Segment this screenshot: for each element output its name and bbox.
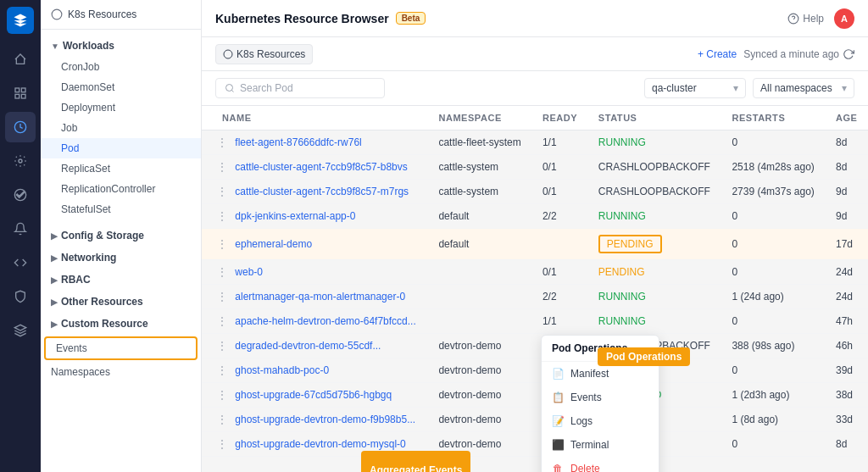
sidebar-item-events[interactable]: Events xyxy=(44,336,198,360)
status-cell: CRASHLOOPBACKOFF xyxy=(588,155,722,180)
sidebar-item-namespaces[interactable]: Namespaces xyxy=(41,362,201,382)
pod-name-link[interactable]: ghost-upgrade-67cd5d75b6-hgbgq xyxy=(235,389,392,401)
svg-point-7 xyxy=(52,9,62,19)
row-menu-button[interactable]: ⋮ xyxy=(212,363,232,378)
sidebar-item-deployment[interactable]: Deployment xyxy=(41,97,201,118)
chevron-right-icon: ▶ xyxy=(51,319,58,329)
sidebar-item-replicationcontroller[interactable]: ReplicationController xyxy=(41,179,201,199)
sidebar: K8s Resources ▼ Workloads CronJob Daemon… xyxy=(41,0,202,472)
context-menu-terminal[interactable]: ⬛ Terminal xyxy=(542,433,659,457)
pod-name-link[interactable]: fleet-agent-87666ddfc-rw76l xyxy=(235,136,361,148)
sidebar-custom-resource-title[interactable]: ▶ Custom Resource xyxy=(41,313,201,335)
table-row: ⋮ degraded-devtron-demo-55cdf... devtron… xyxy=(202,334,868,358)
pod-name-cell: ⋮ web-0 xyxy=(202,260,428,285)
restarts-cell: 0 xyxy=(721,432,826,457)
ready-cell xyxy=(532,229,588,260)
pod-name-link[interactable]: cattle-cluster-agent-7ccb9f8c57-m7rgs xyxy=(235,186,409,197)
sidebar-item-job[interactable]: Job xyxy=(41,118,201,138)
pod-name-link[interactable]: apache-helm-devtron-demo-64f7bfccd... xyxy=(235,315,415,327)
pod-name-link[interactable]: ephemeral-demo xyxy=(235,238,312,250)
pod-name-link[interactable]: degraded-devtron-demo-55cdf... xyxy=(235,340,381,352)
nav-icon-gear[interactable] xyxy=(5,146,36,176)
restarts-cell: 0 xyxy=(721,358,826,383)
sidebar-rbac-title[interactable]: ▶ RBAC xyxy=(41,269,201,291)
namespace-cell: devtron-demo xyxy=(428,358,532,383)
row-menu-button[interactable]: ⋮ xyxy=(212,184,232,199)
topbar-right: Help A xyxy=(787,8,854,29)
row-menu-button[interactable]: ⋮ xyxy=(212,208,232,224)
sidebar-config-storage-title[interactable]: ▶ Config & Storage xyxy=(41,225,201,247)
age-cell: 9d xyxy=(826,180,868,204)
search-box[interactable]: Search Pod xyxy=(215,78,385,98)
ready-cell: 0/1 xyxy=(532,260,588,285)
sidebar-item-cronjob[interactable]: CronJob xyxy=(41,57,201,77)
pod-name-link[interactable]: alertmanager-qa-mon-alertmanager-0 xyxy=(235,291,405,303)
pod-name-link[interactable]: web-0 xyxy=(235,266,263,278)
namespace-cell xyxy=(428,285,532,309)
row-menu-button[interactable]: ⋮ xyxy=(212,412,232,427)
context-menu-delete[interactable]: 🗑 Delete xyxy=(542,457,659,472)
context-menu-logs[interactable]: 📝 Logs xyxy=(542,409,659,433)
svg-rect-2 xyxy=(15,94,19,98)
nav-icon-grid[interactable] xyxy=(5,78,36,108)
sidebar-item-statefulset[interactable]: StatefulSet xyxy=(41,199,201,219)
context-menu-events[interactable]: 📋 Events xyxy=(542,386,659,409)
pod-name-link[interactable]: cattle-cluster-agent-7ccb9f8c57-b8bvs xyxy=(235,161,407,173)
user-avatar[interactable]: A xyxy=(834,8,854,29)
namespace-cell: devtron-demo xyxy=(428,383,532,408)
row-menu-button[interactable]: ⋮ xyxy=(212,264,232,280)
nav-icon-code[interactable] xyxy=(5,247,36,278)
nav-icon-home[interactable] xyxy=(5,44,36,75)
pod-name-link[interactable]: dpk-jenkins-external-app-0 xyxy=(235,210,355,222)
pod-name-cell: ⋮ ghost-upgrade-67cd5d75b6-hgbgq xyxy=(202,383,428,408)
sidebar-item-daemonset[interactable]: DaemonSet xyxy=(41,77,201,97)
namespace-cell: cattle-system xyxy=(428,180,532,204)
row-menu-button[interactable]: ⋮ xyxy=(212,436,232,452)
restarts-cell: 2739 (4m37s ago) xyxy=(721,180,826,204)
row-menu-button[interactable]: ⋮ xyxy=(212,289,232,304)
create-button[interactable]: + Create xyxy=(698,48,737,60)
row-menu-button[interactable]: ⋮ xyxy=(212,338,232,353)
pod-name-link[interactable]: ghost-upgrade-devtron-demo-f9b98b5... xyxy=(235,414,415,425)
k8s-resources-tag[interactable]: K8s Resources xyxy=(215,44,313,64)
row-menu-button[interactable]: ⋮ xyxy=(212,135,232,150)
nav-icon-rocket[interactable] xyxy=(5,180,36,210)
pod-name-link[interactable]: ghost-upgrade-devtron-demo-mysql-0 xyxy=(235,438,405,450)
namespace-select[interactable]: All namespaces ▾ xyxy=(753,78,854,98)
sidebar-header[interactable]: K8s Resources xyxy=(41,0,201,30)
row-menu-button[interactable]: ⋮ xyxy=(212,314,232,329)
row-menu-button[interactable]: ⋮ xyxy=(212,236,232,252)
row-menu-button[interactable]: ⋮ xyxy=(212,387,232,403)
nav-icon-k8s[interactable] xyxy=(5,112,36,142)
age-cell: 38d xyxy=(826,383,868,408)
delete-icon: 🗑 xyxy=(552,463,564,472)
chevron-right-icon: ▶ xyxy=(51,275,58,285)
nav-icon-layers[interactable] xyxy=(5,315,36,346)
chevron-down-icon: ▾ xyxy=(842,82,847,94)
beta-badge: Beta xyxy=(396,12,426,25)
table-header-row: NAME NAMESPACE READY STATUS RESTARTS AGE xyxy=(202,106,868,130)
sidebar-networking-title[interactable]: ▶ Networking xyxy=(41,247,201,269)
row-menu-button[interactable]: ⋮ xyxy=(212,159,232,175)
help-button[interactable]: Help xyxy=(787,13,824,25)
namespace-cell: cattle-fleet-system xyxy=(428,130,532,155)
pod-name-link[interactable]: ghost-mahadb-poc-0 xyxy=(235,364,329,376)
events-tooltip: Aggregated Events within Cluster xyxy=(361,451,470,472)
sidebar-item-replicaset[interactable]: ReplicaSet xyxy=(41,158,201,179)
chevron-right-icon: ▶ xyxy=(51,297,58,307)
sidebar-other-resources-title[interactable]: ▶ Other Resources xyxy=(41,291,201,313)
cluster-select[interactable]: qa-cluster ▾ xyxy=(644,78,746,98)
pod-name-cell: ⋮ alertmanager-qa-mon-alertmanager-0 xyxy=(202,285,428,309)
filter-right: qa-cluster ▾ All namespaces ▾ xyxy=(644,78,854,98)
nav-icon-bell[interactable] xyxy=(5,214,36,244)
restarts-cell: 0 xyxy=(721,204,826,229)
age-cell: 8d xyxy=(826,155,868,180)
col-header-name: NAME xyxy=(202,106,428,130)
search-placeholder: Search Pod xyxy=(240,82,293,94)
sidebar-workloads-title[interactable]: ▼ Workloads xyxy=(41,35,201,57)
age-cell: 46h xyxy=(826,334,868,358)
nav-icon-security[interactable] xyxy=(5,281,36,312)
restarts-cell: 0 xyxy=(721,260,826,285)
sidebar-item-pod[interactable]: Pod xyxy=(41,138,201,158)
refresh-icon[interactable] xyxy=(843,48,854,60)
